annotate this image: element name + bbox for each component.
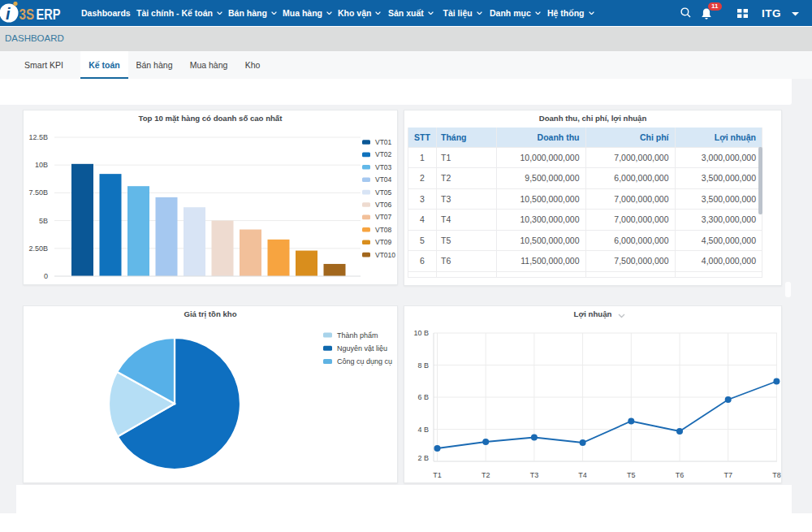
svg-text:5B: 5B bbox=[39, 217, 48, 225]
svg-text:T7: T7 bbox=[723, 471, 732, 479]
svg-text:T3: T3 bbox=[530, 471, 539, 479]
svg-text:T4: T4 bbox=[578, 471, 587, 479]
svg-text:0: 0 bbox=[44, 272, 48, 280]
svg-text:3S: 3S bbox=[19, 6, 35, 23]
svg-text:i: i bbox=[6, 5, 11, 23]
svg-text:6 B: 6 B bbox=[417, 393, 429, 401]
svg-text:VT010: VT010 bbox=[375, 251, 395, 259]
svg-text:T2: T2 bbox=[482, 471, 490, 479]
svg-text:VT04: VT04 bbox=[375, 175, 392, 184]
svg-text:Thành phẩm: Thành phẩm bbox=[337, 331, 378, 340]
svg-text:Nguyên vật liệu: Nguyên vật liệu bbox=[337, 344, 387, 353]
svg-text:VT09: VT09 bbox=[375, 238, 392, 246]
svg-text:VT01: VT01 bbox=[375, 138, 392, 146]
svg-text:VT08: VT08 bbox=[375, 226, 392, 234]
svg-text:T1: T1 bbox=[433, 471, 442, 479]
svg-text:T8: T8 bbox=[772, 471, 781, 479]
svg-text:2.50B: 2.50B bbox=[28, 244, 48, 253]
svg-text:VT07: VT07 bbox=[375, 213, 392, 221]
svg-text:10 B: 10 B bbox=[413, 329, 429, 337]
svg-text:4 B: 4 B bbox=[417, 426, 429, 434]
svg-text:VT02: VT02 bbox=[375, 150, 392, 158]
svg-text:T6: T6 bbox=[676, 471, 685, 479]
svg-text:ERP: ERP bbox=[37, 6, 61, 23]
svg-text:Công cụ dụng cụ: Công cụ dụng cụ bbox=[337, 357, 392, 365]
svg-text:2 B: 2 B bbox=[417, 454, 429, 462]
svg-text:VT03: VT03 bbox=[375, 163, 392, 171]
svg-text:T5: T5 bbox=[627, 471, 636, 479]
svg-text:8 B: 8 B bbox=[417, 361, 429, 370]
svg-text:10B: 10B bbox=[35, 161, 48, 169]
svg-text:VT05: VT05 bbox=[375, 188, 392, 197]
svg-text:12.5B: 12.5B bbox=[28, 133, 48, 141]
svg-text:VT06: VT06 bbox=[375, 201, 392, 209]
svg-text:7.50B: 7.50B bbox=[28, 188, 48, 197]
